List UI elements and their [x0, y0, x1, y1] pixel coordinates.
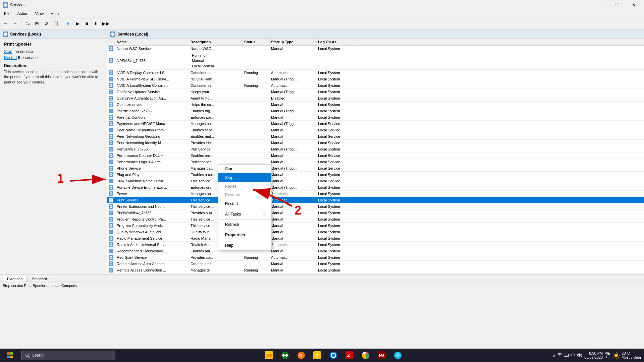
menu-action[interactable]: Action: [14, 11, 31, 17]
table-row[interactable]: Print Spooler This service ... Running A…: [107, 197, 644, 203]
table-row[interactable]: Optimize drives Helps the co... Manual L…: [107, 102, 644, 108]
table-row[interactable]: Recommended Troubleshoo... Enables aut..…: [107, 248, 644, 254]
th-description[interactable]: Description: [189, 39, 243, 45]
svg-point-14: [111, 130, 112, 131]
taskbar-xbox[interactable]: [278, 349, 292, 361]
taskbar-app4[interactable]: Ps: [374, 349, 389, 361]
table-row[interactable]: Performance Logs & Alerts Performance...…: [107, 159, 644, 165]
context-menu-item-start[interactable]: Start: [218, 165, 271, 173]
taskbar-search[interactable]: Search: [21, 351, 115, 360]
maximize-button[interactable]: ❐: [610, 0, 625, 10]
stop-service-button[interactable]: ■: [83, 19, 91, 28]
context-menu-separator: [218, 219, 271, 220]
svg-text:✓: ✓: [315, 353, 319, 358]
table-row[interactable]: P9RdrService_7c756 Enables trig... Manua…: [107, 108, 644, 114]
table-row[interactable]: Printer Extensions and Notifi... This se…: [107, 203, 644, 210]
table-row[interactable]: Quality Windows Audio Vid... Quality Win…: [107, 229, 644, 235]
services-table[interactable]: Name Description Status Startup Type Log…: [107, 39, 644, 274]
table-row[interactable]: NVIDIA Display Container LS Container se…: [107, 70, 644, 76]
th-icon[interactable]: [107, 39, 115, 45]
table-row[interactable]: Payments and NFC/SE Mana... Manages pa..…: [107, 121, 644, 127]
table-row[interactable]: Peer Networking Identity M... Provides i…: [107, 140, 644, 146]
table-row[interactable]: Parental Controls Enforces par... Manual…: [107, 114, 644, 121]
taskbar-app2[interactable]: ✓: [310, 349, 325, 361]
th-name[interactable]: Name: [115, 39, 189, 45]
menu-view[interactable]: View: [33, 11, 47, 17]
table-row[interactable]: Remote Access Connection ... Manages di.…: [107, 267, 644, 274]
taskbar-app3[interactable]: Z: [342, 349, 357, 361]
svg-point-35: [111, 263, 112, 264]
resume-service-button[interactable]: ▶▶: [101, 19, 110, 28]
th-logon[interactable]: Log On As: [317, 39, 357, 45]
table-row[interactable]: Peer Name Resolution Proto... Enables se…: [107, 127, 644, 133]
start-button[interactable]: [3, 349, 17, 362]
tab-standard[interactable]: Standard: [28, 276, 51, 282]
table-row[interactable]: Norton WSC Service Norton WSC... Manual …: [107, 46, 644, 52]
taskbar-app1[interactable]: G: [294, 349, 309, 361]
context-menu-separator: [218, 240, 271, 240]
th-status[interactable]: Status: [243, 39, 270, 45]
weather-widget[interactable]: 28°C Mostly clear: [612, 351, 641, 359]
context-menu-item-help[interactable]: Help: [218, 241, 271, 250]
svg-rect-43: [7, 356, 10, 358]
forward-button[interactable]: →: [11, 19, 19, 28]
table-row[interactable]: PenService_7c756 Pen Service Manual (Tri…: [107, 146, 644, 153]
table-row[interactable]: Power Manages po... Running Automatic Lo…: [107, 191, 644, 197]
table-row[interactable]: Phone Service Manages th... Running Manu…: [107, 165, 644, 172]
table-row[interactable]: Plug and Play Enables a co... Running Ma…: [107, 172, 644, 178]
taskbar-explorer[interactable]: [262, 349, 276, 361]
tray-up-arrow[interactable]: ∧: [553, 353, 555, 358]
menu-help[interactable]: Help: [48, 11, 62, 17]
table-row[interactable]: Portable Device Enumerator ... Enforces …: [107, 184, 644, 191]
table-row[interactable]: Remote Access Auto Connec... Creates a c…: [107, 261, 644, 267]
table-row[interactable]: Realtek Audio Universal Serv... Realtek …: [107, 242, 644, 248]
table-row[interactable]: Performance Counter DLL H... Enables rem…: [107, 153, 644, 159]
window-title: Services: [10, 3, 25, 7]
start-service-button[interactable]: ▶: [73, 19, 82, 28]
context-menu-item-refresh[interactable]: Refresh: [218, 220, 271, 229]
time: 8:58 PM: [584, 351, 603, 355]
taskbar-app5[interactable]: [390, 349, 405, 361]
table-row[interactable]: PrintWorkflow_7c756 Provides sup... Manu…: [107, 210, 644, 216]
back-button[interactable]: ←: [1, 19, 10, 28]
table-row[interactable]: NVIDIA FrameView SDK servi... NVIDIA Fra…: [107, 76, 644, 82]
properties-button[interactable]: ●: [64, 19, 72, 28]
table-row[interactable]: OpenSSH Authentication Ag... Agent to ho…: [107, 95, 644, 102]
table-row[interactable]: PNRP Machine Name Public... This service…: [107, 178, 644, 184]
context-menu-item-stop[interactable]: Stop: [218, 173, 271, 182]
taskbar: Search G ✓ Z Ps ∧: [0, 349, 644, 362]
svg-point-11: [111, 111, 112, 112]
restart-link[interactable]: Restart: [4, 55, 17, 60]
stop-link[interactable]: Stop: [4, 49, 12, 54]
table-row[interactable]: Red Giant Service Provides co... Running…: [107, 254, 644, 261]
svg-point-33: [111, 251, 112, 252]
export-button[interactable]: 📋: [51, 19, 60, 28]
table-row[interactable]: Problem Reports Control Pa... This servi…: [107, 216, 644, 223]
refresh-button[interactable]: ↺: [42, 19, 51, 28]
table-row[interactable]: Radio Management Service Radio Mana... R…: [107, 235, 644, 242]
table-row[interactable]: NVIDIA LocalSystem Contain... Container …: [107, 82, 644, 89]
pause-service-button[interactable]: ⏸: [92, 19, 101, 28]
show-hide-button[interactable]: ⊞: [33, 19, 41, 28]
context-menu-item-restart[interactable]: Restart: [218, 199, 271, 208]
svg-point-25: [111, 200, 112, 201]
th-startup[interactable]: Startup Type: [270, 39, 317, 45]
menu-file[interactable]: File: [1, 11, 13, 17]
table-row[interactable]: OneDrive Updater Service Keeps your ... …: [107, 89, 644, 95]
minimize-button[interactable]: —: [594, 0, 609, 10]
svg-point-22: [111, 181, 112, 182]
taskbar-chrome[interactable]: [358, 349, 373, 361]
tab-extended[interactable]: Extended: [3, 276, 27, 282]
clock[interactable]: 8:58 PM 05/02/2023: [584, 351, 603, 359]
taskbar-edge[interactable]: [326, 349, 341, 361]
table-row[interactable]: Peer Networking Grouping Enables mul... …: [107, 133, 644, 140]
table-row[interactable]: Program Compatibility Assis... This serv…: [107, 223, 644, 229]
close-button[interactable]: ✕: [626, 0, 641, 10]
svg-point-1: [4, 33, 7, 36]
context-menu-item-properties[interactable]: Properties: [218, 231, 271, 239]
context-menu-item-all-tasks[interactable]: All Tasks›: [218, 210, 271, 219]
svg-point-9: [111, 98, 112, 99]
left-panel-content: Print Spooler Stop the service Restart t…: [0, 39, 107, 274]
table-row[interactable]: NPSMSvc_7c756 Running Manual Local Syste…: [107, 52, 644, 70]
up-button[interactable]: 🗂: [23, 19, 32, 28]
